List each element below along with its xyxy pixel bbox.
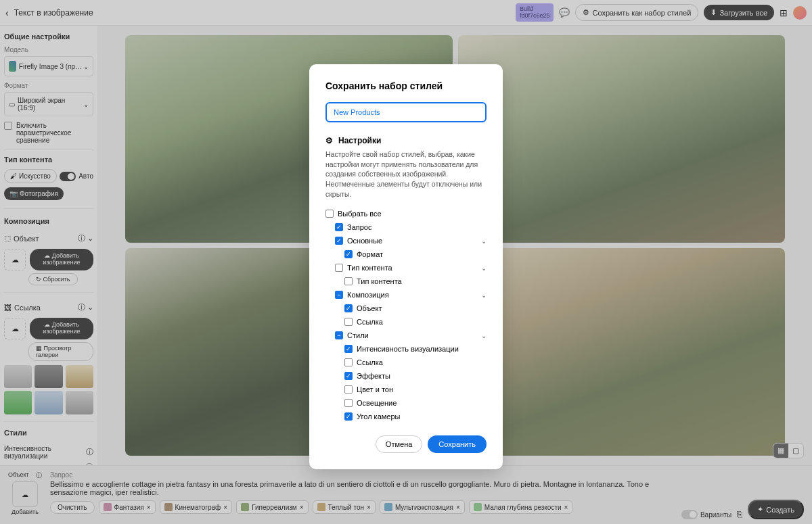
checkbox-icon: ✓ xyxy=(335,223,343,231)
checkbox-icon: ✓ xyxy=(344,304,353,312)
chevron-down-icon[interactable]: ⌄ xyxy=(481,291,487,299)
save-preset-modal: Сохранить набор стилей ⚙ Настройки Настр… xyxy=(309,64,503,469)
intensity-row[interactable]: ✓Интенсивность визуализации xyxy=(325,342,487,356)
checkbox-icon: ✓ xyxy=(344,372,353,380)
checkbox-icon xyxy=(344,385,353,394)
checkbox-minus-icon: − xyxy=(335,331,343,339)
save-button[interactable]: Сохранить xyxy=(428,435,487,453)
chevron-down-icon[interactable]: ⌄ xyxy=(481,264,487,272)
content-type-row[interactable]: Тип контента⌄ xyxy=(325,261,487,275)
chevron-down-icon[interactable]: ⌄ xyxy=(481,237,487,245)
format-row[interactable]: ✓Формат xyxy=(325,247,487,261)
chevron-down-icon[interactable]: ⌄ xyxy=(481,332,487,339)
modal-title: Сохранить набор стилей xyxy=(325,80,487,91)
preset-name-input[interactable] xyxy=(325,102,487,122)
checkbox-icon: ✓ xyxy=(344,250,353,258)
checkbox-icon xyxy=(344,318,353,326)
reference2-row[interactable]: Ссылка xyxy=(325,356,487,369)
checkbox-icon: ✓ xyxy=(335,237,343,245)
effects-row[interactable]: ✓Эффекты xyxy=(325,369,487,383)
modal-overlay[interactable]: Сохранить набор стилей ⚙ Настройки Настр… xyxy=(0,0,812,524)
checkbox-minus-icon: − xyxy=(335,291,343,299)
composition-row[interactable]: −Композиция⌄ xyxy=(325,288,487,302)
styles-row[interactable]: −Стили⌄ xyxy=(325,329,487,342)
modal-footer: Отмена Сохранить xyxy=(325,435,487,453)
reference-row[interactable]: Ссылка xyxy=(325,315,487,329)
checkbox-icon xyxy=(325,210,334,218)
request-row[interactable]: ✓Запрос xyxy=(325,220,487,234)
select-all-row[interactable]: Выбрать все xyxy=(325,207,487,220)
settings-tree: Выбрать все ✓Запрос ✓Основные⌄ ✓Формат Т… xyxy=(325,207,487,423)
checkbox-icon: ✓ xyxy=(344,345,353,353)
checkbox-icon xyxy=(344,358,353,366)
settings-description: Настройте свой набор стилей, выбрав, как… xyxy=(325,149,487,199)
checkbox-icon: ✓ xyxy=(344,412,353,421)
lighting-row[interactable]: Освещение xyxy=(325,396,487,410)
checkbox-icon xyxy=(344,399,353,407)
color-tone-row[interactable]: Цвет и тон xyxy=(325,383,487,396)
basic-row[interactable]: ✓Основные⌄ xyxy=(325,234,487,247)
camera-angle-row[interactable]: ✓Угол камеры xyxy=(325,410,487,423)
checkbox-icon xyxy=(335,264,343,272)
content-type-sub-row[interactable]: Тип контента xyxy=(325,275,487,288)
checkbox-icon xyxy=(344,277,353,285)
cancel-button[interactable]: Отмена xyxy=(376,435,422,453)
object-row[interactable]: ✓Объект xyxy=(325,302,487,315)
sliders-icon: ⚙ xyxy=(325,136,333,145)
settings-header: ⚙ Настройки xyxy=(325,136,487,145)
